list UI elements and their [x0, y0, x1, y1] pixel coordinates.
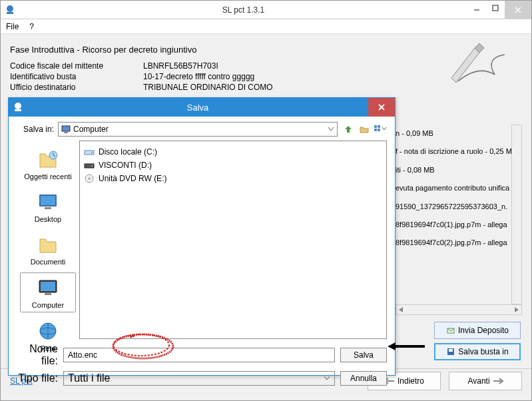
svg-rect-14 — [64, 132, 68, 133]
dialog-close-button[interactable] — [368, 98, 395, 117]
svg-rect-21 — [41, 196, 55, 205]
svg-rect-10 — [15, 109, 21, 111]
window-title: SL pct 1.3.1 — [19, 5, 467, 15]
dialog-icon — [13, 102, 23, 113]
svg-rect-13 — [62, 126, 70, 131]
drive-icon — [84, 160, 95, 171]
list-item[interactable]: n - 0,09 MB — [396, 125, 522, 143]
drive-item[interactable]: Unità DVD RW (E:) — [84, 172, 382, 185]
combo-value: Tutti i file — [68, 372, 110, 384]
info-value: 10-17-decreto fffff contro ggggg — [143, 72, 254, 81]
info-label: Ufficio destinatario — [10, 83, 143, 92]
svg-rect-16 — [378, 125, 380, 128]
place-recent[interactable]: Oggetti recenti — [20, 145, 76, 183]
save-button[interactable]: Salva — [340, 348, 387, 362]
place-label: Documenti — [31, 258, 66, 266]
dialog-titlebar: Salva — [9, 98, 395, 117]
drive-item[interactable]: VISCONTI (D:) — [84, 159, 382, 172]
menu-file[interactable]: File — [1, 22, 24, 31]
filename-input[interactable] — [63, 348, 335, 362]
maximize-button[interactable] — [486, 1, 505, 15]
send-icon — [446, 326, 455, 335]
filename-label: Nome file: — [17, 343, 58, 367]
places-bar: Oggetti recenti Desktop Documenti Comput… — [17, 141, 79, 339]
svg-rect-17 — [374, 129, 377, 131]
place-documents[interactable]: Documenti — [20, 230, 76, 268]
filetype-label: Tipo file: — [17, 372, 58, 384]
list-item[interactable]: evuta pagamento contributo unifica — [396, 179, 522, 197]
arrow-right-icon — [493, 378, 503, 384]
vertical-scrollbar[interactable] — [511, 125, 522, 304]
filetype-combo[interactable]: Tutti i file — [63, 371, 335, 386]
svg-rect-1 — [7, 12, 13, 14]
up-folder-button[interactable] — [342, 123, 355, 136]
drive-label: Unità DVD RW (E:) — [99, 174, 166, 183]
save-in-label: Salva in: — [17, 125, 54, 134]
button-label: Invia Deposito — [458, 326, 509, 335]
info-label: Identificativo busta — [10, 72, 143, 81]
computer-icon — [61, 125, 71, 134]
next-button[interactable]: Avanti — [449, 372, 522, 390]
svg-rect-18 — [378, 129, 380, 131]
save-icon — [446, 347, 455, 356]
place-computer[interactable]: Computer — [20, 272, 76, 312]
svg-point-34 — [89, 178, 91, 180]
salva-busta-button[interactable]: Salva busta in — [434, 343, 521, 360]
button-label: Salva busta in — [458, 347, 508, 356]
combo-value: Computer — [73, 125, 109, 134]
list-item[interactable]: 8f9819694f7c0(2).jpg.p7m - allega — [396, 234, 522, 252]
list-item[interactable]: 8f9819694f7c0(1).jpg.p7m - allega — [396, 216, 522, 234]
info-value: LBNRFL56B57H703I — [143, 61, 218, 71]
drive-label: VISCONTI (D:) — [99, 161, 152, 170]
list-item[interactable]: iti - 0,08 MB — [396, 161, 522, 179]
pen-illustration — [438, 38, 511, 91]
save-in-combo[interactable]: Computer — [58, 122, 338, 137]
svg-rect-22 — [45, 207, 51, 209]
svg-point-32 — [91, 165, 93, 167]
drive-item[interactable]: Disco locale (C:) — [84, 145, 382, 159]
svg-point-0 — [7, 5, 13, 12]
place-desktop[interactable]: Desktop — [20, 187, 76, 226]
place-label: Oggetti recenti — [24, 173, 72, 181]
svg-point-9 — [15, 103, 21, 109]
button-label: Indietro — [398, 376, 424, 386]
horizontal-scrollbar[interactable] — [396, 304, 522, 315]
view-mode-button[interactable] — [374, 123, 387, 136]
drive-icon — [84, 147, 95, 157]
button-label: Avanti — [467, 376, 489, 386]
list-item[interactable]: f - nota di iscrizione a ruolo - 0,25 M — [396, 143, 522, 161]
svg-rect-15 — [374, 125, 377, 128]
dialog-title: Salva — [27, 103, 368, 113]
close-button[interactable] — [505, 1, 531, 19]
svg-rect-8 — [449, 349, 453, 352]
svg-rect-3 — [493, 5, 498, 11]
chevron-down-icon — [328, 127, 334, 132]
content-area: Fase Introduttiva - Ricorso per decreto … — [1, 34, 531, 100]
svg-point-30 — [91, 152, 93, 153]
disc-icon — [84, 173, 95, 184]
attachment-list: n - 0,09 MB f - nota di iscrizione a ruo… — [396, 125, 522, 252]
app-icon — [5, 5, 15, 15]
cancel-button[interactable]: Annulla — [340, 371, 387, 386]
menu-bar: File ? — [1, 19, 531, 34]
place-label: Desktop — [35, 215, 61, 223]
menu-help[interactable]: ? — [24, 22, 39, 31]
main-titlebar: SL pct 1.3.1 — [1, 1, 531, 19]
info-value: TRIBUNALE ORDINARIO DI COMO — [143, 83, 273, 92]
save-dialog: Salva Salva in: Computer Oggetti rec — [8, 97, 396, 376]
minimize-button[interactable] — [467, 1, 486, 15]
file-list[interactable]: Disco locale (C:) VISCONTI (D:) Unità DV… — [79, 141, 387, 339]
list-item[interactable]: 91590_1372965722595373603_n. — [396, 198, 522, 216]
place-label: Computer — [32, 301, 64, 309]
svg-rect-24 — [41, 282, 55, 291]
info-label: Codice fiscale del mittente — [10, 61, 143, 71]
chevron-down-icon — [324, 376, 330, 381]
drive-label: Disco locale (C:) — [99, 147, 157, 157]
new-folder-button[interactable] — [358, 123, 371, 136]
svg-rect-25 — [45, 293, 51, 295]
invia-deposito-button[interactable]: Invia Deposito — [434, 322, 521, 339]
